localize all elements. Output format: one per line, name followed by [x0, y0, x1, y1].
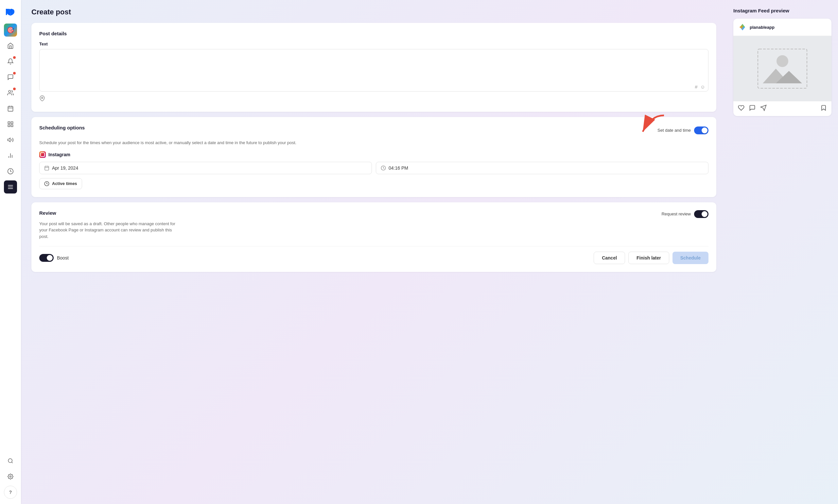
sidebar-item-app-avatar[interactable]: 🎯: [4, 23, 17, 37]
calendar-icon: [44, 165, 49, 170]
sidebar-item-notifications[interactable]: [4, 55, 17, 68]
text-label: Text: [39, 41, 709, 47]
svg-rect-25: [45, 166, 49, 170]
date-time-row: Apr 19, 2024 04:16 PM: [39, 162, 709, 174]
sidebar-item-contacts[interactable]: [4, 86, 17, 100]
svg-point-20: [8, 458, 12, 463]
svg-text:M: M: [5, 7, 13, 17]
active-times-button[interactable]: Active times: [39, 178, 82, 189]
sidebar-item-megaphone[interactable]: [4, 133, 17, 146]
preview-logo: [738, 22, 747, 32]
text-area-icons: # ☺: [695, 84, 705, 90]
sidebar-item-messages[interactable]: [4, 71, 17, 84]
svg-marker-12: [8, 138, 11, 142]
review-title: Review: [39, 210, 56, 216]
svg-rect-8: [8, 122, 10, 124]
time-value: 04:16 PM: [388, 165, 408, 170]
contacts-badge: [13, 88, 16, 90]
sidebar-bottom: ?: [4, 454, 17, 499]
svg-rect-10: [11, 125, 13, 127]
card-footer: Boost Cancel Finish later Schedule: [39, 246, 709, 264]
sidebar-item-analytics[interactable]: [4, 149, 17, 162]
instagram-icon: [39, 151, 46, 158]
review-toggle-row: Request review: [661, 210, 709, 218]
post-text-input[interactable]: [39, 49, 709, 91]
instagram-preview-card: planableapp: [733, 19, 832, 116]
svg-point-22: [10, 476, 12, 478]
location-row[interactable]: [39, 93, 709, 104]
svg-rect-9: [11, 122, 13, 124]
post-details-title: Post details: [39, 31, 709, 36]
finish-later-button[interactable]: Finish later: [628, 252, 669, 264]
preview-header: planableapp: [733, 19, 832, 36]
set-date-time-label: Set date and time: [658, 128, 691, 133]
like-icon[interactable]: [738, 105, 745, 113]
sidebar-item-calendar[interactable]: [4, 102, 17, 115]
meta-logo[interactable]: M: [4, 5, 17, 18]
scheduling-title: Scheduling options: [39, 125, 85, 130]
schedule-button[interactable]: Schedule: [673, 252, 709, 264]
sidebar-item-help[interactable]: ?: [4, 486, 17, 499]
request-review-toggle[interactable]: [694, 210, 709, 218]
date-field[interactable]: Apr 19, 2024: [39, 162, 372, 174]
emoji-icon[interactable]: ☺: [700, 84, 705, 90]
preview-title: Instagram Feed preview: [733, 8, 832, 13]
post-details-card: Post details Text # ☺: [31, 23, 716, 112]
active-times-icon: [44, 181, 49, 186]
date-value: Apr 19, 2024: [52, 165, 78, 170]
preview-actions: [733, 101, 832, 116]
action-buttons: Cancel Finish later Schedule: [594, 252, 709, 264]
notifications-badge: [13, 56, 16, 59]
sidebar-item-clock[interactable]: [4, 165, 17, 178]
scheduling-toggle-row: Set date and time: [658, 126, 709, 134]
svg-point-35: [776, 55, 788, 67]
page-title: Create post: [31, 8, 716, 16]
boost-label: Boost: [57, 255, 69, 260]
boost-toggle[interactable]: [39, 254, 54, 262]
svg-line-21: [12, 462, 13, 463]
platform-row: Instagram: [39, 151, 709, 158]
time-field[interactable]: 04:16 PM: [376, 162, 709, 174]
review-header: Review Request review: [39, 210, 709, 218]
preview-panel: Instagram Feed preview planableapp: [727, 0, 838, 504]
hashtag-icon[interactable]: #: [695, 84, 697, 90]
svg-point-23: [41, 97, 43, 99]
main-content: Create post Post details Text # ☺: [21, 0, 727, 504]
svg-marker-38: [761, 105, 766, 111]
time-icon: [381, 165, 386, 170]
sidebar-item-settings[interactable]: [4, 470, 17, 483]
svg-rect-11: [8, 125, 10, 127]
text-area-wrapper: # ☺: [39, 49, 709, 93]
sidebar-item-table[interactable]: [4, 118, 17, 131]
preview-image-placeholder: [733, 36, 832, 101]
location-icon: [39, 95, 45, 101]
scheduling-description: Schedule your post for the times when yo…: [39, 140, 709, 146]
comment-icon[interactable]: [749, 105, 755, 113]
request-review-label: Request review: [661, 212, 691, 216]
scheduling-options-card: Scheduling options Set date and time Sch…: [31, 117, 716, 197]
active-times-label: Active times: [52, 181, 77, 186]
platform-name: Instagram: [48, 152, 70, 157]
svg-point-3: [8, 91, 11, 93]
sidebar-item-menu[interactable]: [4, 180, 17, 194]
scheduling-section-header: Scheduling options Set date and time: [39, 125, 709, 136]
preview-username: planableapp: [750, 25, 774, 30]
review-card: Review Request review Your post will be …: [31, 202, 716, 272]
sidebar: M 🎯: [0, 0, 21, 504]
svg-marker-33: [739, 25, 743, 29]
image-placeholder-svg: [756, 48, 808, 90]
svg-rect-4: [8, 106, 13, 111]
review-description: Your post will be saved as a draft. Othe…: [39, 221, 177, 240]
bookmark-icon[interactable]: [820, 105, 827, 113]
sidebar-item-home[interactable]: [4, 39, 17, 52]
cancel-button[interactable]: Cancel: [594, 252, 625, 264]
boost-row: Boost: [39, 254, 69, 262]
messages-badge: [13, 72, 16, 74]
sidebar-item-search[interactable]: [4, 454, 17, 467]
share-icon[interactable]: [760, 105, 767, 113]
set-date-time-toggle[interactable]: [694, 126, 709, 134]
